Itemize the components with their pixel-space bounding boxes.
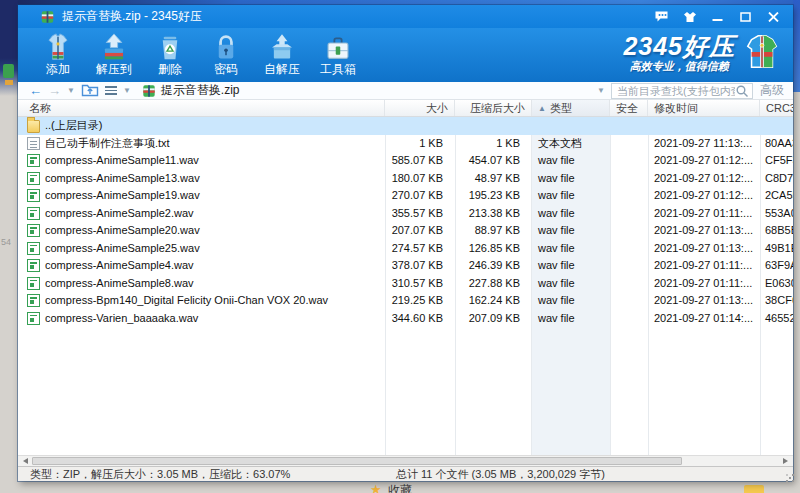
desktop-label-fragment: 54 [1,237,11,247]
table-row[interactable]: 自己动手制作注意事项.txt 1 KB 1 KB 文本文档 2021-09-27… [18,135,793,153]
file-name: 自己动手制作注意事项.txt [45,135,170,152]
file-type: wav file [532,205,610,222]
archive-app-icon [40,10,55,24]
file-type-icon [27,259,40,272]
history-dropdown-icon[interactable]: ▼ [64,86,78,95]
file-type: wav file [532,275,610,292]
view-mode-button[interactable] [105,86,117,95]
column-header-modified[interactable]: 修改时间 [648,100,760,116]
file-type-icon [27,294,40,307]
star-icon: ★ [370,483,382,493]
forward-button[interactable]: → [45,83,64,99]
archive-file-icon [142,84,156,98]
view-dropdown-icon[interactable]: ▼ [120,86,134,95]
feedback-icon[interactable] [654,10,669,23]
desktop-icon-fragment [3,64,14,78]
file-modified: 2021-09-27 01:13:... [648,292,760,309]
table-row[interactable]: compress-AnimeSample13.wav 180.07 KB 48.… [18,170,793,188]
address-bar[interactable]: 提示音替换.zip [142,82,591,99]
toolbar-button-label: 删除 [158,62,182,76]
toolbar-button-label: 工具箱 [320,62,356,76]
file-size: 585.07 KB [385,152,455,169]
file-size: 344.60 KB [385,310,455,327]
add-button[interactable]: 添加 [30,31,86,76]
horizontal-scrollbar[interactable] [18,455,793,466]
table-row[interactable]: compress-AnimeSample2.wav 355.57 KB 213.… [18,205,793,223]
scrollbar-thumb[interactable] [32,457,682,465]
table-row[interactable]: compress-AnimeSample4.wav 378.07 KB 246.… [18,257,793,275]
file-modified: 2021-09-27 01:12:... [648,187,760,204]
file-type: wav file [532,187,610,204]
file-modified: 2021-09-27 01:13:... [648,240,760,257]
table-row[interactable]: compress-Bpm140_Digital Felicity Onii-Ch… [18,292,793,310]
total-files-text: 总计 11 个文件 (3.05 MB，3,200,029 字节) [396,467,605,481]
address-dropdown-icon[interactable]: ▼ [591,86,611,95]
file-packed-size: 48.97 KB [455,170,532,187]
file-type-icon [27,189,40,202]
delete-icon [155,33,185,62]
back-button[interactable]: ← [26,83,45,99]
parent-directory-row[interactable]: ..(上层目录) [18,117,793,135]
file-type: wav file [532,222,610,239]
search-box[interactable] [611,83,753,99]
file-type: wav file [532,257,610,274]
desktop-icon-fragment [5,80,13,85]
column-header-size[interactable]: 大小 [385,100,455,116]
file-modified: 2021-09-27 01:12:... [648,152,760,169]
file-packed-size: 1 KB [455,135,532,152]
table-row[interactable]: compress-AnimeSample20.wav 207.07 KB 88.… [18,222,793,240]
add-archive-icon [43,33,73,62]
table-row[interactable]: compress-Varien_baaaaka.wav 344.60 KB 20… [18,310,793,328]
up-folder-button[interactable] [78,82,102,100]
search-icon[interactable] [735,84,749,98]
file-crc32: 68B5B [760,222,793,239]
file-packed-size: 454.07 KB [455,152,532,169]
file-size: 180.07 KB [385,170,455,187]
toolbox-button[interactable]: 工具箱 [310,31,366,76]
file-type-icon [27,172,40,185]
self-extract-icon [267,33,297,62]
file-name: compress-Varien_baaaaka.wav [45,310,198,327]
file-type: wav file [532,152,610,169]
address-text: 提示音替换.zip [161,82,240,99]
skin-icon[interactable] [682,10,697,23]
file-packed-size: 207.09 KB [455,310,532,327]
search-input[interactable] [617,85,735,97]
advanced-search-button[interactable]: 高级 [753,82,788,99]
toolbar: 添加 解压到 删除 [18,28,793,82]
password-button[interactable]: 密码 [198,31,254,76]
table-row[interactable]: compress-AnimeSample25.wav 274.57 KB 126… [18,240,793,258]
column-header-packed-size[interactable]: 压缩后大小 [455,100,532,116]
desktop-bottom-strip: ★ 收藏 [0,481,800,493]
file-size: 355.57 KB [385,205,455,222]
extract-to-button[interactable]: 解压到 [86,31,142,76]
self-extract-button[interactable]: 自解压 [254,31,310,76]
file-type: 文本文档 [532,135,610,152]
column-header-type[interactable]: ▲ 类型 [532,100,610,116]
file-crc32: 38CF6 [760,292,793,309]
file-type-icon [27,277,40,290]
resize-grip[interactable] [789,477,791,479]
table-row[interactable]: compress-AnimeSample11.wav 585.07 KB 454… [18,152,793,170]
file-crc32: C8D79 [760,170,793,187]
table-row[interactable]: compress-AnimeSample19.wav 270.07 KB 195… [18,187,793,205]
table-row[interactable]: compress-AnimeSample8.wav 310.57 KB 227.… [18,275,793,293]
maximize-icon[interactable] [738,10,753,23]
file-type: wav file [532,292,610,309]
file-type: wav file [532,240,610,257]
file-name: compress-AnimeSample25.wav [45,240,200,257]
minimize-icon[interactable] [710,10,725,23]
column-header-name[interactable]: 名称 [18,100,385,116]
titlebar[interactable]: 提示音替换.zip - 2345好压 [18,5,793,28]
scroll-left-button[interactable] [19,456,32,466]
column-header-crc32[interactable]: CRC32 [760,100,793,116]
file-modified: 2021-09-27 01:13:... [648,222,760,239]
close-icon[interactable] [766,10,781,23]
delete-button[interactable]: 删除 [142,31,198,76]
file-crc32: 553A0 [760,205,793,222]
file-name: ..(上层目录) [45,117,102,134]
toolbar-button-label: 添加 [46,62,70,76]
scroll-right-button[interactable] [779,456,792,466]
window-title: 提示音替换.zip - 2345好压 [62,8,202,25]
column-header-security[interactable]: 安全 [610,100,648,116]
